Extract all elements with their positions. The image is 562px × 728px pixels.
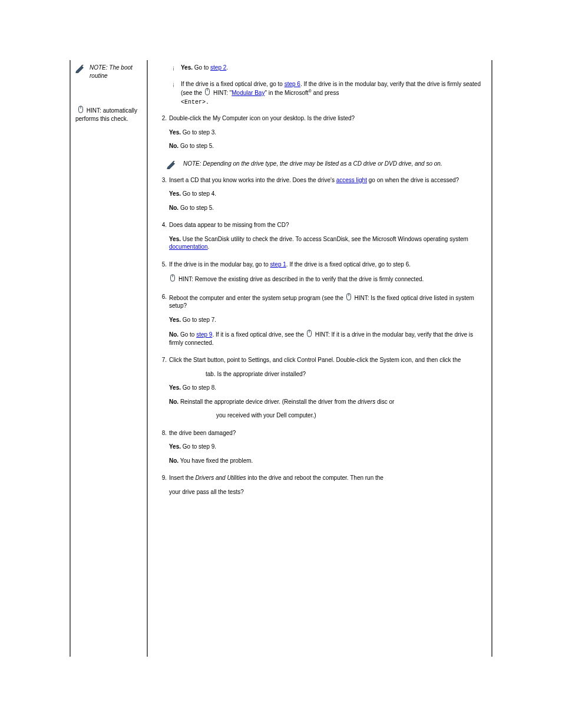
step-body: If the drive is in the modular bay, go t… bbox=[169, 261, 485, 284]
step-body: Insert a CD that you know works into the… bbox=[169, 176, 485, 212]
no-text: You have fixed the problem. bbox=[178, 457, 253, 464]
step-3: 3. Insert a CD that you know works into … bbox=[156, 176, 485, 212]
step-number: 5. bbox=[156, 261, 167, 269]
modular-bay-link[interactable]: Modular Bay bbox=[232, 90, 265, 96]
yes-line: Yes. Go to step 4. bbox=[169, 190, 485, 198]
hint-label: HINT: bbox=[213, 89, 228, 97]
note-label: NOTE: bbox=[90, 64, 108, 71]
p2: your drive pass all the tests? bbox=[169, 488, 485, 496]
step-body: Insert the Drivers and Utilities into th… bbox=[169, 474, 485, 496]
sub-bullet-yes: ¡ Yes. Go to step 2. bbox=[173, 64, 485, 72]
mouse-icon bbox=[345, 293, 352, 302]
yes-line: Yes. Go to step 7. bbox=[169, 316, 485, 324]
t1: If the drive is in the modular bay, go t… bbox=[169, 261, 270, 268]
no-line: No. You have fixed the problem. bbox=[169, 457, 485, 465]
mouse-icon bbox=[204, 88, 211, 97]
document-page: NOTE: The boot routine HINT: automatical… bbox=[0, 0, 562, 728]
step-number: 4. bbox=[156, 221, 167, 229]
hint-inline: HINT: bbox=[169, 274, 193, 284]
documentation-link[interactable]: documentation bbox=[169, 243, 208, 250]
step-body: Reboot the computer and enter the system… bbox=[169, 293, 485, 347]
note-text: NOTE: The boot routine bbox=[90, 64, 142, 80]
p1: Click the Start button, point to Setting… bbox=[169, 356, 485, 364]
no-line: No. Go to step 9. If it is a fixed optic… bbox=[169, 330, 485, 347]
step-number: 9. bbox=[156, 474, 167, 482]
after-link: . bbox=[226, 64, 228, 71]
yes-label: Yes. bbox=[181, 64, 193, 71]
step-body: Does data appear to be missing from the … bbox=[169, 221, 485, 251]
bullet-marker: ¡ bbox=[173, 64, 181, 72]
hint-inline: HINT: bbox=[345, 293, 369, 302]
sub-text: If the drive is a fixed optical drive, g… bbox=[181, 80, 485, 107]
t2: disc or bbox=[375, 398, 394, 405]
yes-label: Yes. bbox=[169, 443, 181, 450]
bullet-marker: ¡ bbox=[173, 80, 181, 107]
yes-text: Go to step 8. bbox=[181, 384, 216, 391]
hint-label: HINT: bbox=[315, 331, 330, 339]
cd-title: Drivers and Utilities bbox=[195, 475, 246, 481]
step-link[interactable]: step 9 bbox=[196, 331, 212, 338]
step-text: Double-click the My Computer icon on you… bbox=[169, 114, 485, 123]
step-link[interactable]: step 6 bbox=[285, 81, 300, 87]
note-block: NOTE: The boot routine bbox=[75, 64, 142, 80]
access-light-link[interactable]: access light bbox=[336, 177, 367, 183]
t1: If the drive is a fixed optical drive, g… bbox=[181, 81, 285, 87]
note-block-inline: NOTE: Depending on the drive type, the d… bbox=[167, 160, 485, 169]
note-pen-icon bbox=[75, 64, 86, 80]
step-link[interactable]: step 1 bbox=[270, 261, 286, 268]
no-line-2: you received with your Dell computer.) bbox=[169, 411, 485, 420]
step-4: 4. Does data appear to be missing from t… bbox=[156, 221, 485, 251]
mouse-icon bbox=[169, 274, 176, 284]
left-column: NOTE: The boot routine HINT: automatical… bbox=[70, 60, 147, 657]
note-label: NOTE: bbox=[183, 160, 201, 167]
step-text: Does data appear to be missing from the … bbox=[169, 221, 485, 229]
t1: Use the ScanDisk utility to check the dr… bbox=[181, 236, 468, 242]
hint-tail: automatically bbox=[103, 107, 137, 114]
hint-inline: HINT: bbox=[77, 106, 101, 115]
step-6: 6. Reboot the computer and enter the sys… bbox=[156, 293, 485, 347]
step-5: 5. If the drive is in the modular bay, g… bbox=[156, 261, 485, 284]
t2: into the drive and reboot the computer. … bbox=[246, 475, 384, 481]
step-text: If the drive is in the modular bay, go t… bbox=[169, 261, 485, 269]
t4: " in the Microsoft bbox=[265, 90, 308, 96]
t1: Insert a CD that you know works into the… bbox=[169, 177, 336, 183]
hint-inline: HINT: bbox=[204, 88, 228, 97]
before-link: Go to bbox=[194, 64, 210, 71]
step-number: 8. bbox=[156, 429, 167, 437]
no-label: No. bbox=[169, 398, 178, 405]
two-column-layout: NOTE: The boot routine HINT: automatical… bbox=[70, 60, 492, 657]
no-text: Go to step 5. bbox=[178, 205, 214, 211]
sub-text: Yes. Go to step 2. bbox=[181, 64, 485, 72]
step-body: Double-click the My Computer icon on you… bbox=[169, 114, 485, 150]
step-link[interactable]: step 2 bbox=[210, 64, 226, 71]
t5: and press bbox=[312, 90, 339, 96]
yes-text: Go to step 4. bbox=[181, 190, 216, 197]
step-number: 3. bbox=[156, 176, 167, 185]
yes-text: Go to step 3. bbox=[181, 129, 216, 136]
svg-line-0 bbox=[82, 65, 85, 66]
step-2: 2. Double-click the My Computer icon on … bbox=[156, 114, 485, 150]
mouse-icon bbox=[306, 330, 313, 339]
step-body: the drive been damaged? Yes. Go to step … bbox=[169, 429, 485, 465]
mouse-icon bbox=[77, 106, 84, 115]
t2: . bbox=[208, 243, 210, 250]
step-9: 9. Insert the Drivers and Utilities into… bbox=[156, 474, 485, 496]
step-8: 8. the drive been damaged? Yes. Go to st… bbox=[156, 429, 485, 465]
left-hint-row: HINT: automatically bbox=[75, 106, 142, 115]
p1: the drive been damaged? bbox=[169, 429, 485, 437]
no-text: Go to step 5. bbox=[178, 143, 214, 149]
step-number: 6. bbox=[156, 293, 167, 301]
right-column: ¡ Yes. Go to step 2. ¡ If the drive is a… bbox=[147, 60, 492, 657]
hint-text: Remove the existing drive as described i… bbox=[195, 276, 424, 282]
yes-text: Go to step 7. bbox=[181, 317, 216, 323]
sub-bullet-no: ¡ If the drive is a fixed optical drive,… bbox=[173, 80, 485, 107]
p2: tab. Is the appropriate driver installed… bbox=[169, 370, 485, 378]
t1: Insert the bbox=[169, 475, 195, 481]
yes-line: Yes. Go to step 9. bbox=[169, 443, 485, 451]
hint-label: HINT: bbox=[87, 107, 101, 115]
t1: Reinstall the appropriate device driver.… bbox=[178, 398, 358, 405]
yes-label: Yes. bbox=[169, 384, 181, 391]
t1: Reboot the computer and enter the system… bbox=[169, 295, 345, 301]
t2: . If the drive is a fixed optical drive,… bbox=[286, 261, 411, 268]
left-last-line: performs this check. bbox=[75, 115, 142, 123]
